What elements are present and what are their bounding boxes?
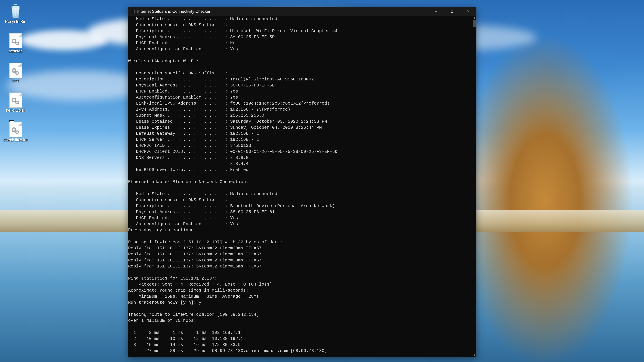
scroll-down-arrow[interactable]: ▼ [472, 353, 476, 357]
desktop-icons: Recycle Bindesktoptesthello worldcheck l… [3, 4, 28, 142]
desktop-icon-label: test [12, 79, 19, 83]
close-button[interactable] [460, 7, 476, 16]
batch-file-icon [8, 63, 23, 78]
desktop-icon-label: hello world [6, 108, 25, 112]
console-window: C: Internet Status and Connectivity Chec… [128, 7, 476, 357]
console-client[interactable]: Media State . . . . . . . . . . . : Medi… [128, 16, 472, 357]
minimize-button[interactable] [428, 7, 444, 16]
recycle-bin-icon [8, 4, 23, 19]
scrollbar[interactable]: ▲ ▼ [472, 16, 476, 357]
desktop-icon-recycle-bin[interactable]: Recycle Bin [3, 4, 28, 24]
titlebar[interactable]: C: Internet Status and Connectivity Chec… [128, 7, 476, 16]
desktop-icon-hello-world[interactable]: hello world [3, 93, 28, 112]
window-title: Internet Status and Connectivity Checker [137, 9, 210, 14]
scroll-track[interactable] [472, 19, 476, 353]
svg-text:C:: C: [132, 10, 133, 12]
desktop-icon-label: desktop [8, 49, 23, 53]
maximize-button[interactable] [444, 7, 460, 16]
svg-rect-4 [451, 10, 453, 12]
svg-point-0 [12, 6, 20, 8]
scroll-up-arrow[interactable]: ▲ [472, 16, 476, 19]
batch-file-icon [8, 93, 23, 107]
desktop-icon-label: check lifewire [4, 138, 28, 142]
scroll-thumb[interactable] [473, 20, 476, 27]
desktop-icon-desktop[interactable]: desktop [3, 33, 28, 53]
batch-file-icon [8, 33, 23, 48]
desktop-icon-test[interactable]: test [3, 63, 28, 83]
window-buttons [428, 7, 476, 16]
terminal-output[interactable]: Media State . . . . . . . . . . . : Medi… [128, 16, 472, 354]
desktop-icon-check-lifewire[interactable]: check lifewire [3, 122, 28, 142]
batch-file-icon [8, 122, 23, 137]
cmd-icon: C: [130, 9, 135, 13]
desktop-icon-label: Recycle Bin [5, 19, 26, 24]
